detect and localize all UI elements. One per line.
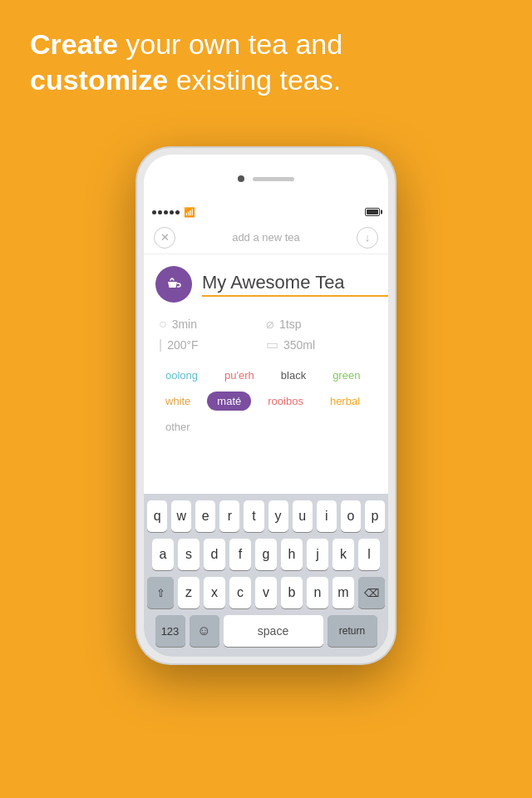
key-y[interactable]: y xyxy=(268,500,288,532)
keyboard: q w e r t y u i o p a s d f g xyxy=(144,494,388,657)
phone-shell: 📶 ✕ add a new tea ↓ xyxy=(137,148,395,663)
delete-key[interactable]: ⌫ xyxy=(358,577,385,608)
key-a[interactable]: a xyxy=(152,539,174,570)
beaker-icon: ▭ xyxy=(266,337,278,352)
key-u[interactable]: u xyxy=(293,500,313,532)
key-t[interactable]: t xyxy=(244,500,264,532)
keyboard-row-1: q w e r t y u i o p xyxy=(147,500,385,532)
space-key[interactable]: space xyxy=(224,615,323,647)
key-d[interactable]: d xyxy=(204,539,225,570)
status-left: 📶 xyxy=(152,207,195,218)
return-key[interactable]: return xyxy=(328,615,377,647)
key-j[interactable]: j xyxy=(307,539,328,570)
detail-amount: ⌀ 1tsp xyxy=(266,316,373,332)
signal-dot-3 xyxy=(164,210,168,214)
tea-cup-svg xyxy=(163,273,185,295)
detail-temp-value: 200°F xyxy=(167,338,199,352)
key-p[interactable]: p xyxy=(365,500,385,532)
key-w[interactable]: w xyxy=(171,500,191,532)
emoji-key[interactable]: ☺ xyxy=(190,615,219,647)
battery-icon xyxy=(365,208,380,216)
key-n[interactable]: n xyxy=(307,577,328,608)
nav-bar: ✕ add a new tea ↓ xyxy=(144,221,388,254)
headline-bold-1: Create xyxy=(30,28,118,60)
detail-temp: | 200°F xyxy=(159,337,266,352)
signal-dot-4 xyxy=(170,210,174,214)
tea-name-row xyxy=(144,254,388,311)
battery-fill xyxy=(367,209,378,214)
detail-time: ○ 3min xyxy=(159,316,266,332)
camera-dot xyxy=(238,175,244,182)
key-x[interactable]: x xyxy=(204,577,225,608)
signal-dot-2 xyxy=(158,210,162,214)
key-i[interactable]: i xyxy=(317,500,337,532)
signal-dot-1 xyxy=(152,210,156,214)
thermometer-icon: | xyxy=(159,337,162,352)
close-button[interactable]: ✕ xyxy=(154,227,175,249)
tag-other[interactable]: other xyxy=(155,417,200,436)
key-z[interactable]: z xyxy=(178,577,200,608)
key-s[interactable]: s xyxy=(178,539,200,570)
screen: 📶 ✕ add a new tea ↓ xyxy=(144,203,388,657)
details-grid: ○ 3min ⌀ 1tsp | 200°F ▭ 350ml xyxy=(144,311,388,361)
spoon-icon: ⌀ xyxy=(266,316,274,332)
num-key[interactable]: 123 xyxy=(155,615,185,647)
tag-green[interactable]: green xyxy=(323,366,370,385)
keyboard-row-3: ⇧ z x c v b n m ⌫ xyxy=(147,577,385,608)
key-v[interactable]: v xyxy=(255,577,277,608)
phone-inner: 📶 ✕ add a new tea ↓ xyxy=(144,155,388,657)
tea-name-input[interactable] xyxy=(202,272,388,297)
key-g[interactable]: g xyxy=(255,539,277,570)
tag-mate[interactable]: maté xyxy=(207,392,251,411)
key-b[interactable]: b xyxy=(281,577,303,608)
key-r[interactable]: r xyxy=(219,500,239,532)
wifi-icon: 📶 xyxy=(184,207,195,218)
detail-amount-value: 1tsp xyxy=(279,318,301,331)
tag-oolong[interactable]: oolong xyxy=(155,366,208,385)
shift-key[interactable]: ⇧ xyxy=(147,577,174,608)
keyboard-row-4: 123 ☺ space return xyxy=(147,615,385,647)
key-k[interactable]: k xyxy=(332,539,354,570)
signal-dot-5 xyxy=(175,210,180,214)
phone-top-bar xyxy=(144,155,388,203)
headline-normal-2: existing teas. xyxy=(168,64,341,96)
tea-icon[interactable] xyxy=(155,266,192,303)
key-q[interactable]: q xyxy=(147,500,167,532)
key-f[interactable]: f xyxy=(229,539,251,570)
key-e[interactable]: e xyxy=(195,500,215,532)
detail-volume: ▭ 350ml xyxy=(266,337,373,352)
headline-bold-2: customize xyxy=(30,64,168,96)
detail-time-value: 3min xyxy=(172,318,197,331)
download-button[interactable]: ↓ xyxy=(357,227,378,249)
key-l[interactable]: l xyxy=(358,539,380,570)
close-icon: ✕ xyxy=(160,231,170,244)
tag-rooibos[interactable]: rooibos xyxy=(258,392,313,411)
key-o[interactable]: o xyxy=(341,500,361,532)
headline-normal-1: your own tea and xyxy=(118,28,342,60)
download-icon: ↓ xyxy=(365,231,371,244)
headline: Create your own tea and customize existi… xyxy=(30,27,502,97)
tag-black[interactable]: black xyxy=(271,366,316,385)
clock-icon: ○ xyxy=(159,317,167,332)
keyboard-row-2: a s d f g h j k l xyxy=(147,539,385,570)
detail-volume-value: 350ml xyxy=(283,338,315,352)
status-bar: 📶 xyxy=(144,203,388,221)
tag-herbal[interactable]: herbal xyxy=(320,392,370,411)
key-c[interactable]: c xyxy=(229,577,251,608)
key-m[interactable]: m xyxy=(332,577,354,608)
tags-row: oolong pu'erh black green white maté roo… xyxy=(144,361,388,441)
tag-puerh[interactable]: pu'erh xyxy=(214,366,264,385)
nav-title: add a new tea xyxy=(232,231,300,244)
speaker-slot xyxy=(253,177,294,181)
key-h[interactable]: h xyxy=(281,539,303,570)
tag-white[interactable]: white xyxy=(155,392,200,411)
